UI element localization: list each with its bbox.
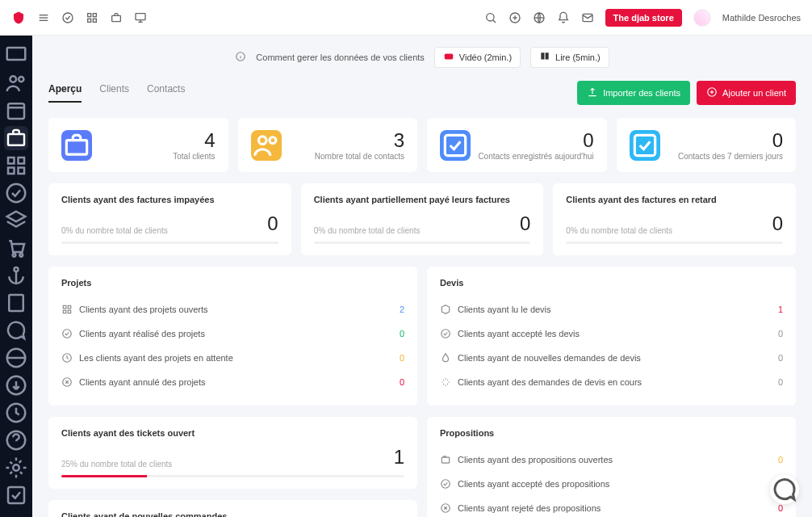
tabs-row: Aperçu Clients Contacts Importer des cli… (48, 81, 796, 105)
stat-value: 0 (678, 129, 783, 152)
row-label: Clients ayant des propositions ouvertes (458, 455, 613, 464)
list-item[interactable]: Clients ayant lu le devis1 (440, 297, 783, 322)
row-label: Clients ayant accepté les devis (458, 329, 580, 338)
x-circle-icon (61, 376, 73, 388)
sidebar-arrow[interactable] (4, 373, 28, 397)
row-value: 0 (778, 353, 783, 363)
list-item[interactable]: Clients ayant des projets ouverts2 (61, 297, 404, 322)
card-sub: 25% du nombre total de clients (61, 460, 172, 469)
video-label: Vidéo (2min.) (459, 53, 512, 62)
panel-projets: Projets Clients ayant des projets ouvert… (48, 267, 417, 406)
svg-point-62 (442, 330, 450, 338)
row-value: 0 (778, 455, 783, 464)
read-pill[interactable]: Lire (5min.) (530, 47, 609, 68)
upload-icon (587, 86, 598, 99)
svg-rect-8 (112, 15, 121, 21)
sidebar-users[interactable] (4, 71, 28, 95)
grid-icon[interactable] (86, 11, 98, 24)
sidebar-clock[interactable] (4, 401, 28, 425)
row-value: 0 (400, 329, 404, 338)
progress-bar (566, 242, 783, 244)
row-label: Clients ayant annulé des projets (79, 377, 206, 387)
stat-value: 3 (315, 129, 404, 152)
card-value: 0 (520, 212, 530, 235)
video-icon (443, 51, 454, 64)
svg-rect-27 (19, 158, 25, 164)
list-item[interactable]: Clients ayant annulé des projets0 (61, 370, 404, 394)
search-icon[interactable] (484, 11, 497, 24)
tab-contacts[interactable]: Contacts (147, 83, 185, 103)
sidebar-cart[interactable] (4, 236, 28, 260)
card-commandes: Clients ayant de nouvelles commandes 25%… (48, 500, 417, 517)
list-item[interactable]: Clients ayant rejeté des propositions0 (440, 496, 783, 517)
progress-bar (314, 242, 531, 244)
row-value: 0 (400, 353, 404, 363)
check-circle-icon[interactable] (61, 11, 74, 24)
list-item[interactable]: Les clients ayant des projets en attente… (61, 346, 404, 370)
card-sub: 0% du nombre total de clients (314, 226, 421, 235)
panel-title: Projets (61, 278, 404, 288)
sidebar-clients[interactable] (4, 126, 28, 150)
panel-title: Devis (440, 278, 783, 288)
svg-rect-35 (9, 295, 23, 311)
video-pill[interactable]: Vidéo (2min.) (434, 47, 521, 68)
list-item[interactable]: Clients ayant accepté les devis0 (440, 322, 783, 346)
stat-label: Contacts enregistrés aujourd'hui (478, 152, 593, 161)
stat-contacts-7days: 0Contacts des 7 derniers jours (617, 118, 797, 172)
svg-point-33 (15, 267, 19, 271)
info-icon (235, 51, 246, 65)
import-button[interactable]: Importer des clients (577, 81, 690, 105)
sidebar-apps[interactable] (4, 153, 28, 178)
stat-label: Contacts des 7 derniers jours (678, 152, 783, 161)
mail-icon[interactable] (581, 11, 594, 24)
sidebar-calendar[interactable] (4, 99, 28, 123)
chat-fab[interactable] (770, 475, 799, 504)
sidebar-chat[interactable] (4, 318, 28, 343)
cube-icon (440, 304, 451, 315)
bell-icon[interactable] (557, 11, 570, 24)
globe-icon[interactable] (533, 11, 546, 24)
left-col: Projets Clients ayant des projets ouvert… (48, 267, 417, 517)
card-value: 0 (772, 212, 783, 235)
sidebar-checkbox[interactable] (4, 483, 28, 507)
sidebar-layers[interactable] (4, 208, 28, 233)
sidebar-help[interactable] (4, 428, 28, 452)
stat-total-contacts: 3Nombre total de contacts (238, 118, 418, 172)
sidebar-anchor[interactable] (4, 263, 28, 288)
check-circle-icon (61, 328, 73, 339)
row-label: Clients ayant lu le devis (458, 305, 551, 314)
plus-circle-icon[interactable] (509, 11, 521, 24)
svg-rect-42 (8, 487, 24, 503)
sidebar-dashboard[interactable] (4, 44, 28, 68)
page-actions: Importer des clients Ajouter un client (577, 81, 796, 105)
svg-rect-58 (68, 310, 71, 313)
add-client-button[interactable]: Ajouter un client (697, 81, 796, 105)
list-item[interactable]: Clients ayant des propositions ouvertes0 (440, 448, 783, 472)
svg-rect-9 (136, 13, 145, 19)
list-item[interactable]: Clients ayant accepté des propositions0 (440, 472, 783, 496)
list-item[interactable]: Clients ayant réalisé des projets0 (61, 322, 404, 346)
avatar[interactable] (693, 9, 711, 27)
sidebar-book[interactable] (4, 291, 28, 315)
monitor-icon[interactable] (134, 11, 147, 24)
stat-label: Total clients (173, 152, 215, 161)
list-item[interactable]: Clients ayant de nouvelles demandes de d… (440, 346, 783, 370)
menu-icon[interactable] (37, 11, 50, 24)
row-label: Clients ayant de nouvelles demandes de d… (458, 353, 641, 363)
tab-clients[interactable]: Clients (99, 83, 129, 103)
check-circle-icon (440, 478, 451, 490)
read-label: Lire (5min.) (555, 53, 601, 62)
sidebar-globe[interactable] (4, 346, 28, 370)
sidebar-settings[interactable] (4, 456, 28, 480)
tab-overview[interactable]: Aperçu (48, 83, 82, 103)
svg-rect-55 (63, 305, 66, 309)
list-item[interactable]: Clients ayant des demandes de devis en c… (440, 370, 783, 394)
svg-point-41 (13, 464, 19, 471)
briefcase-icon[interactable] (110, 11, 123, 24)
sidebar-tasks[interactable] (4, 181, 28, 205)
notice-bar: Comment gerer les données de vos clients… (48, 47, 796, 68)
svg-rect-53 (445, 135, 465, 155)
store-button[interactable]: The djab store (605, 9, 682, 27)
panel-propositions: Propositions Clients ayant des propositi… (427, 417, 796, 517)
card-sub: 0% du nombre total de clients (566, 226, 672, 235)
